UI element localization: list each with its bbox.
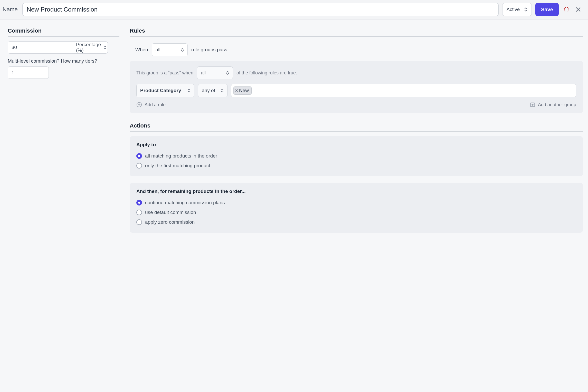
radio-checked-icon (136, 153, 142, 159)
sort-icon (226, 71, 229, 75)
sort-icon (221, 89, 224, 92)
group-pass-suffix: of the following rules are true. (236, 70, 297, 76)
rule-field-value: Product Category (140, 88, 181, 93)
radio-icon (136, 210, 142, 215)
sort-icon (181, 48, 184, 52)
commission-value-input[interactable] (8, 42, 76, 53)
name-input[interactable] (22, 3, 499, 16)
rule-operator-value: any of (202, 88, 215, 93)
remaining-panel: And then, for remaining products in the … (130, 183, 583, 233)
when-suffix: rule groups pass (191, 47, 227, 53)
apply-option-label: only the first matching product (145, 163, 210, 169)
rule-field-select[interactable]: Product Category (136, 84, 194, 97)
rules-heading: Rules (130, 27, 583, 37)
group-pass-select[interactable]: all (197, 66, 233, 79)
status-value: Active (507, 7, 520, 12)
close-icon[interactable] (574, 5, 582, 14)
commission-panel: Commission Percentage (%) Multi-level co… (8, 27, 119, 239)
remaining-option-default[interactable]: use default commission (136, 208, 576, 217)
when-prefix: When (135, 47, 148, 53)
actions-panel: Actions Apply to all matching products i… (130, 122, 583, 233)
remaining-option-label: apply zero commission (145, 219, 195, 225)
rule-group: This group is a "pass" when all of the f… (130, 61, 583, 113)
commission-type-select[interactable]: Percentage (%) (76, 42, 106, 53)
tag-remove-icon[interactable]: × (235, 88, 238, 93)
apply-to-panel: Apply to all matching products in the or… (130, 136, 583, 176)
rule-operator-select[interactable]: any of (198, 84, 227, 97)
rule-value-taginput[interactable]: × New (231, 84, 576, 97)
remaining-option-continue[interactable]: continue matching commission plans (136, 198, 576, 208)
right-column: Rules When all rule groups pass This gro… (130, 27, 583, 239)
apply-option-label: all matching products in the order (145, 153, 217, 159)
radio-checked-icon (136, 200, 142, 205)
tag: × New (233, 86, 252, 95)
apply-option-first[interactable]: only the first matching product (136, 161, 576, 171)
toolbar: Name Active Save (0, 0, 588, 20)
sort-icon (188, 89, 191, 92)
remaining-option-label: continue matching commission plans (145, 200, 225, 205)
trash-icon[interactable] (562, 5, 571, 14)
commission-heading: Commission (8, 27, 119, 37)
group-pass-row: This group is a "pass" when all of the f… (136, 66, 576, 79)
group-pass-prefix: This group is a "pass" when (136, 70, 193, 76)
group-footer: Add a rule Add another group (136, 102, 576, 107)
main-content: Commission Percentage (%) Multi-level co… (0, 20, 588, 255)
save-button[interactable]: Save (535, 3, 559, 16)
commission-input-row: Percentage (%) (8, 41, 108, 54)
apply-to-title: Apply to (136, 142, 576, 148)
when-mode-select[interactable]: all (152, 43, 188, 56)
radio-icon (136, 163, 142, 169)
remaining-option-zero[interactable]: apply zero commission (136, 217, 576, 227)
tiers-input[interactable] (8, 66, 49, 79)
add-group-button[interactable]: Add another group (530, 102, 576, 107)
remaining-option-label: use default commission (145, 210, 196, 215)
apply-option-all[interactable]: all matching products in the order (136, 151, 576, 161)
rule-row: Product Category any of × (136, 84, 576, 97)
when-row: When all rule groups pass (130, 41, 583, 61)
add-rule-label: Add a rule (145, 102, 166, 107)
tag-label: New (239, 88, 249, 93)
add-rule-button[interactable]: Add a rule (136, 102, 166, 107)
group-pass-value: all (201, 70, 206, 76)
add-group-label: Add another group (538, 102, 576, 107)
sort-icon (103, 46, 106, 49)
tiers-question-label: Multi-level commission? How many tiers? (8, 58, 119, 64)
name-label: Name (3, 6, 19, 13)
sort-icon (524, 7, 527, 12)
actions-heading: Actions (130, 122, 583, 132)
remaining-title: And then, for remaining products in the … (136, 189, 576, 194)
commission-type-label: Percentage (%) (76, 42, 101, 53)
radio-icon (136, 219, 142, 225)
status-select[interactable]: Active (502, 3, 532, 16)
when-mode-value: all (156, 47, 160, 53)
